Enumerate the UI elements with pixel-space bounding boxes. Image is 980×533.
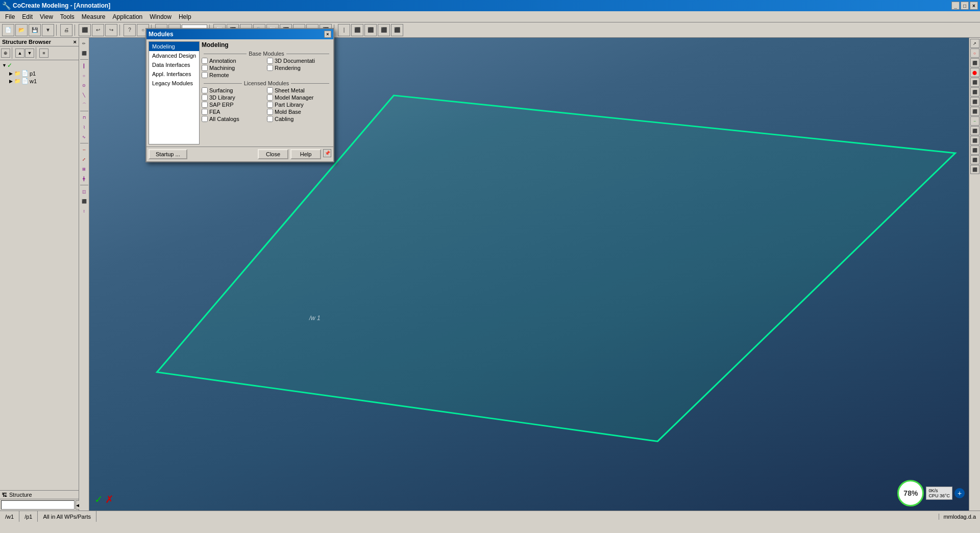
close-button[interactable]: ×	[970, 2, 978, 10]
lt-btn-2[interactable]: ⬛	[80, 49, 89, 58]
tb-btn-4[interactable]: ?	[124, 24, 136, 36]
new-button[interactable]: 📄	[2, 24, 14, 36]
sb-btn-4[interactable]: ≡	[39, 49, 48, 58]
rt-btn-3[interactable]: ⬛	[970, 58, 979, 67]
open-button[interactable]: 📂	[15, 24, 28, 36]
tree-item-p1[interactable]: ▶ 📁 📄 p1	[1, 69, 78, 77]
expand-w1[interactable]: ▶	[9, 79, 14, 84]
sb-btn-2[interactable]: ▲	[15, 49, 24, 58]
help-dialog-button[interactable]: Help	[290, 149, 321, 159]
lt-btn-9[interactable]: ⌇	[80, 123, 89, 132]
checkbox-surfacing[interactable]: Surfacing	[202, 87, 266, 93]
lt-btn-7[interactable]: ⌒	[80, 100, 89, 109]
save-dropdown[interactable]: ▼	[42, 24, 54, 36]
tree-root[interactable]: ▼ ✓	[1, 61, 78, 69]
rt-btn-4[interactable]: ⬤	[970, 68, 979, 77]
structure-tab-label[interactable]: Structure	[9, 492, 32, 498]
confirm-icon[interactable]: ✓	[94, 493, 103, 505]
dialog-close-btn[interactable]: ×	[324, 31, 331, 38]
checkbox-sheet-metal[interactable]: Sheet Metal	[267, 87, 331, 93]
rt-btn-2[interactable]: ○	[970, 49, 979, 58]
dialog-nav-advanced[interactable]: Advanced Design	[149, 51, 199, 60]
menu-window[interactable]: Window	[146, 12, 175, 21]
rt-btn-9[interactable]: ~	[970, 116, 979, 126]
lt-btn-15[interactable]: ◫	[80, 187, 89, 196]
3d-doc-checkbox[interactable]	[267, 58, 273, 64]
rt-btn-8[interactable]: ⬛	[970, 107, 979, 116]
tb-btn-2[interactable]: ↩	[92, 24, 104, 36]
structure-search-input[interactable]	[1, 500, 75, 510]
menu-view[interactable]: View	[37, 12, 56, 21]
lt-btn-10[interactable]: ∿	[80, 132, 89, 141]
startup-button[interactable]: Startup ...	[149, 149, 187, 159]
title-bar-controls[interactable]: _ □ ×	[951, 2, 978, 10]
sb-btn-3[interactable]: ▼	[25, 49, 34, 58]
fea-checkbox[interactable]	[202, 109, 208, 115]
lt-btn-13[interactable]: ⊞	[80, 164, 89, 174]
dialog-nav-data[interactable]: Data Interfaces	[149, 60, 199, 69]
all-catalogs-checkbox[interactable]	[202, 116, 208, 122]
status-tab-all[interactable]: All in All WPs/Parts	[38, 511, 96, 522]
lt-btn-3[interactable]: ┃	[80, 61, 89, 70]
lt-btn-14[interactable]: ╋	[80, 174, 89, 183]
tb-btn-1[interactable]: ⬛	[79, 24, 91, 36]
lt-btn-11[interactable]: ↔	[80, 145, 89, 154]
rt-btn-1[interactable]: ↗	[970, 39, 979, 48]
annotation-checkbox[interactable]	[202, 58, 208, 64]
cancel-icon[interactable]: ✗	[105, 493, 114, 505]
remote-checkbox[interactable]	[202, 72, 208, 78]
checkbox-part-library[interactable]: Part Library	[267, 102, 331, 108]
structure-browser-close[interactable]: ×	[74, 39, 77, 45]
menu-tools[interactable]: Tools	[57, 12, 78, 21]
lt-btn-8[interactable]: ⊓	[80, 113, 89, 122]
3d-library-checkbox[interactable]	[202, 94, 208, 101]
checkbox-rendering[interactable]: Rendering	[267, 65, 331, 71]
rt-btn-12[interactable]: ⬛	[970, 146, 979, 155]
menu-edit[interactable]: Edit	[19, 12, 36, 21]
cabling-checkbox[interactable]	[267, 116, 273, 122]
checkbox-annotation[interactable]: Annotation	[202, 58, 266, 64]
checkbox-mold-base[interactable]: Mold Base	[267, 109, 331, 115]
sb-btn-1[interactable]: ⊕	[1, 49, 10, 58]
lt-btn-6[interactable]: ╲	[80, 90, 89, 100]
lt-btn-sketch[interactable]: ✏	[80, 39, 89, 48]
expand-icon[interactable]: ▼	[2, 63, 7, 68]
tb-extra-3[interactable]: ⬛	[364, 24, 377, 36]
menu-file[interactable]: File	[2, 12, 18, 21]
rt-btn-6[interactable]: ⬛	[970, 87, 979, 96]
expand-status-button[interactable]: +	[954, 488, 965, 498]
restore-button[interactable]: □	[961, 2, 969, 10]
checkbox-all-catalogs[interactable]: All Catalogs	[202, 116, 266, 122]
checkbox-3d-doc[interactable]: 3D Documentati	[267, 58, 331, 64]
rt-btn-14[interactable]: ⬛	[970, 165, 979, 174]
checkbox-cabling[interactable]: Cabling	[267, 116, 331, 122]
tree-item-w1[interactable]: ▶ 📁 📄 w1	[1, 77, 78, 85]
rt-btn-7[interactable]: ⬛	[970, 97, 979, 106]
menu-application[interactable]: Application	[110, 12, 146, 21]
dialog-nav-legacy[interactable]: Legacy Modules	[149, 79, 199, 88]
rt-btn-5[interactable]: ⬛	[970, 78, 979, 87]
lt-btn-12[interactable]: ⤢	[80, 155, 89, 164]
save-button[interactable]: 💾	[29, 24, 41, 36]
surfacing-checkbox[interactable]	[202, 87, 208, 93]
status-tab-p1[interactable]: /p1	[19, 511, 38, 522]
checkbox-machining[interactable]: Machining	[202, 65, 266, 71]
rt-btn-10[interactable]: ⬛	[970, 126, 979, 135]
mold-base-checkbox[interactable]	[267, 109, 273, 115]
rendering-checkbox[interactable]	[267, 65, 273, 71]
dialog-controls[interactable]: ×	[324, 31, 331, 38]
status-tab-w1[interactable]: /w1	[0, 511, 19, 522]
checkbox-remote[interactable]: Remote	[202, 72, 266, 78]
rt-btn-13[interactable]: ⬛	[970, 155, 979, 164]
minimize-button[interactable]: _	[951, 2, 960, 10]
part-library-checkbox[interactable]	[267, 102, 273, 108]
tb-extra-5[interactable]: ⬛	[391, 24, 403, 36]
lt-btn-16[interactable]: ⬛	[80, 197, 89, 206]
checkbox-3d-library[interactable]: 3D Library	[202, 94, 266, 101]
rt-btn-11[interactable]: ⬛	[970, 136, 979, 145]
lt-btn-17[interactable]: ↕	[80, 206, 89, 215]
menu-measure[interactable]: Measure	[79, 12, 109, 21]
model-manager-checkbox[interactable]	[267, 94, 273, 101]
menu-help[interactable]: Help	[176, 12, 194, 21]
checkbox-fea[interactable]: FEA	[202, 109, 266, 115]
